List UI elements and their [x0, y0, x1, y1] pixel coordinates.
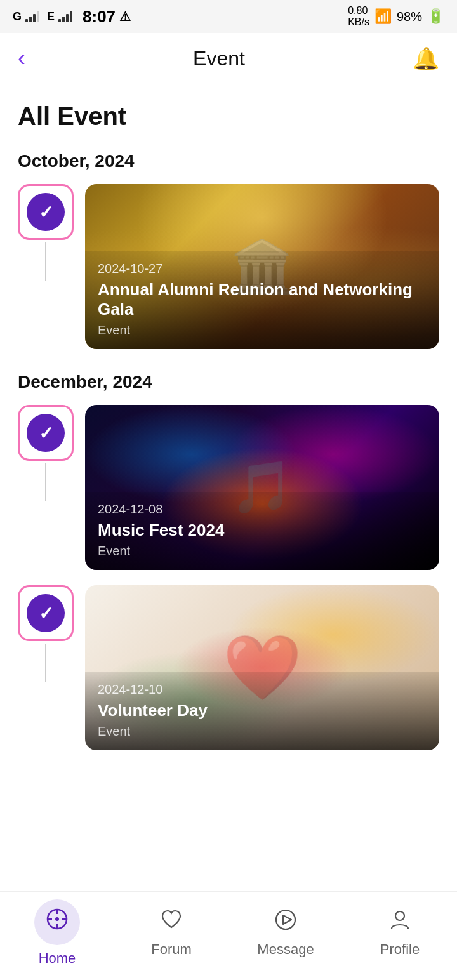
signal-bars-1 — [25, 11, 39, 22]
event-row-gala: ✓ 2024-10-27 Annual Alumni Reunion and N… — [18, 184, 439, 349]
status-time: 8:07 — [83, 7, 116, 27]
event-overlay-volunteer: 2024-12-10 Volunteer Day Event — [85, 672, 439, 750]
compass-icon — [46, 908, 69, 936]
checkmark-music: ✓ — [39, 423, 53, 444]
event-overlay-gala: 2024-10-27 Annual Alumni Reunion and Net… — [85, 251, 439, 349]
check-circle-volunteer: ✓ — [27, 594, 65, 632]
event-check-col-music: ✓ — [18, 405, 74, 501]
notification-bell-icon[interactable]: 🔔 — [413, 46, 439, 71]
nav-label-forum: Forum — [151, 941, 192, 958]
status-left: G E 8:07 ⚠ — [13, 7, 131, 27]
carrier-g: G — [13, 10, 22, 23]
timeline-line-music — [45, 463, 46, 501]
nav-item-forum[interactable]: Forum — [114, 908, 228, 958]
person-icon — [388, 908, 411, 936]
svg-point-6 — [276, 910, 295, 929]
carrier-e: E — [47, 10, 55, 23]
wifi-icon: 📶 — [374, 8, 392, 25]
event-name-volunteer: Volunteer Day — [98, 701, 427, 720]
back-button[interactable]: ‹ — [18, 47, 25, 70]
checkmark-gala: ✓ — [39, 202, 53, 223]
event-name-music: Music Fest 2024 — [98, 520, 427, 540]
event-type-music: Event — [98, 544, 427, 559]
page-title: All Event — [18, 102, 439, 131]
nav-label-message: Message — [257, 941, 314, 958]
event-date-volunteer: 2024-12-10 — [98, 682, 427, 697]
nav-label-profile: Profile — [380, 941, 420, 958]
home-icon-bg — [34, 899, 80, 945]
check-box-music[interactable]: ✓ — [18, 405, 74, 461]
svg-point-1 — [55, 917, 59, 921]
event-date-gala: 2024-10-27 — [98, 262, 427, 276]
play-icon — [274, 908, 297, 936]
month-section-october: October, 2024 ✓ 2024-10-27 Annual Alumni… — [18, 151, 439, 349]
event-type-volunteer: Event — [98, 724, 427, 739]
warning-icon: ⚠ — [119, 9, 131, 24]
heart-icon — [160, 908, 183, 936]
nav-item-message[interactable]: Message — [228, 908, 343, 958]
event-date-music: 2024-12-08 — [98, 502, 427, 517]
signal-bars-2 — [58, 11, 72, 22]
event-card-music[interactable]: 2024-12-08 Music Fest 2024 Event — [85, 405, 439, 570]
svg-point-8 — [395, 911, 404, 920]
data-speed: 0.80KB/s — [348, 5, 369, 27]
status-right: 0.80KB/s 📶 98% 🔋 — [348, 5, 444, 27]
month-label-december: December, 2024 — [18, 372, 439, 392]
check-circle-music: ✓ — [27, 414, 65, 452]
main-content: All Event October, 2024 ✓ 2024-10-27 Ann… — [0, 84, 457, 875]
bottom-nav: Home Forum Message Profile — [0, 891, 457, 980]
checkmark-volunteer: ✓ — [39, 603, 53, 624]
month-section-december: December, 2024 ✓ 2024-12-08 Music Fest 2… — [18, 372, 439, 750]
nav-label-home: Home — [39, 950, 76, 967]
header-title: Event — [193, 47, 245, 70]
event-check-col-volunteer: ✓ — [18, 585, 74, 682]
check-box-gala[interactable]: ✓ — [18, 184, 74, 240]
event-type-gala: Event — [98, 323, 427, 338]
event-card-volunteer[interactable]: 2024-12-10 Volunteer Day Event — [85, 585, 439, 750]
check-circle-gala: ✓ — [27, 193, 65, 231]
event-card-gala[interactable]: 2024-10-27 Annual Alumni Reunion and Net… — [85, 184, 439, 349]
nav-item-home[interactable]: Home — [0, 899, 114, 967]
month-label-october: October, 2024 — [18, 151, 439, 171]
battery-icon: 🔋 — [427, 8, 444, 25]
event-row-volunteer: ✓ 2024-12-10 Volunteer Day Event — [18, 585, 439, 750]
event-overlay-music: 2024-12-08 Music Fest 2024 Event — [85, 492, 439, 570]
event-name-gala: Annual Alumni Reunion and Networking Gal… — [98, 280, 427, 319]
svg-marker-7 — [283, 915, 291, 924]
battery-percent: 98% — [397, 10, 422, 24]
header: ‹ Event 🔔 — [0, 33, 457, 84]
nav-item-profile[interactable]: Profile — [343, 908, 457, 958]
event-check-col-gala: ✓ — [18, 184, 74, 281]
timeline-line-volunteer — [45, 644, 46, 682]
event-row-music: ✓ 2024-12-08 Music Fest 2024 Event — [18, 405, 439, 570]
status-bar: G E 8:07 ⚠ 0.80KB/s 📶 98% 🔋 — [0, 0, 457, 33]
check-box-volunteer[interactable]: ✓ — [18, 585, 74, 641]
timeline-line-gala — [45, 242, 46, 281]
